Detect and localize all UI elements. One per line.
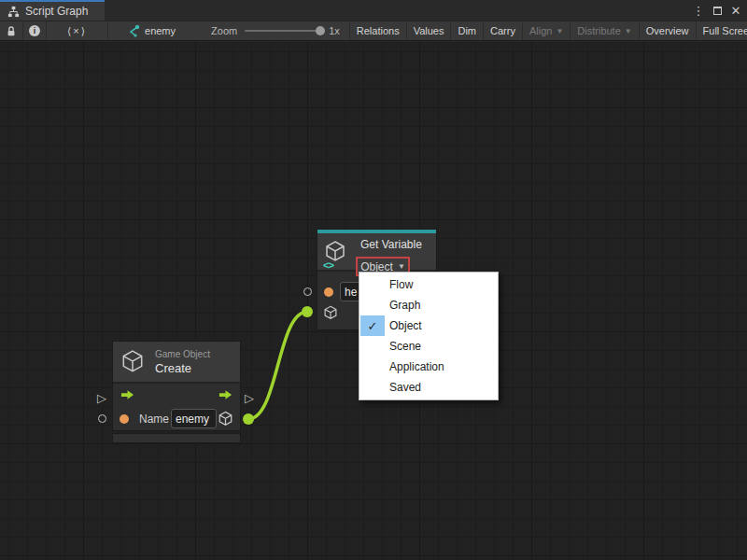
create-title: Create — [155, 361, 210, 375]
info-button[interactable]: i — [23, 21, 47, 40]
maximize-icon — [713, 7, 722, 15]
code-icon: ⟨×⟩ — [67, 25, 87, 37]
carry-button[interactable]: Carry — [484, 21, 523, 40]
tab-bar: Script Graph ⋮ ✕ — [0, 0, 747, 21]
chevron-down-icon: ▼ — [398, 262, 405, 271]
script-graph-window: Script Graph ⋮ ✕ i ⟨×⟩ — [0, 0, 747, 560]
name-label: Name — [139, 413, 169, 426]
flow-input-arrow-icon[interactable] — [120, 389, 134, 400]
fullscreen-button[interactable]: Full Screen — [697, 21, 747, 40]
create-flow-input-port[interactable]: ▷ — [97, 392, 106, 404]
code-preview-button[interactable]: ⟨×⟩ — [47, 21, 108, 40]
chevron-down-icon: ▼ — [556, 27, 563, 35]
menu-item-graph[interactable]: Graph — [359, 295, 498, 315]
create-flow-output-port[interactable]: ▷ — [245, 392, 254, 404]
tab-title: Script Graph — [25, 5, 88, 18]
gameobject-cube-icon — [120, 349, 145, 375]
name-input[interactable] — [171, 409, 217, 428]
menu-item-object[interactable]: ✓ Object — [359, 315, 498, 336]
wire-input-dot — [302, 306, 313, 317]
lock-button[interactable] — [0, 21, 23, 40]
tab-script-graph[interactable]: Script Graph — [0, 0, 105, 21]
variable-cube-icon: <> — [324, 240, 350, 268]
window-menu-button[interactable]: ⋮ — [691, 2, 706, 19]
flow-output-arrow-icon[interactable] — [218, 389, 233, 400]
name-value-port[interactable] — [120, 414, 129, 424]
create-category: Game Object — [155, 349, 210, 359]
gameobject-output-icon[interactable] — [218, 411, 233, 431]
create-node-footer — [112, 433, 241, 443]
gameobject-port-icon[interactable] — [323, 305, 338, 325]
zoom-slider-handle[interactable] — [316, 26, 325, 35]
check-icon: ✓ — [360, 315, 385, 336]
variable-kind-menu: Flow Graph ✓ Object Scene Application Sa… — [359, 272, 499, 400]
create-node[interactable]: Game Object Create Name — [112, 341, 241, 431]
overview-button[interactable]: Overview — [640, 21, 697, 40]
code-angle-icon: <> — [323, 259, 333, 271]
variable-name-port[interactable] — [324, 287, 333, 297]
menu-item-saved[interactable]: Saved — [359, 377, 498, 398]
graph-name: enemy — [145, 25, 176, 36]
chevron-down-icon: ▼ — [625, 27, 632, 35]
wire-output-dot — [243, 413, 254, 425]
script-graph-icon — [7, 6, 20, 18]
lock-icon — [6, 25, 17, 37]
dim-button[interactable]: Dim — [451, 21, 484, 40]
menu-item-scene[interactable]: Scene — [359, 336, 498, 357]
get-variable-header[interactable]: <> Get Variable Object ▼ — [317, 233, 436, 272]
get-variable-input-port[interactable] — [303, 287, 312, 296]
zoom-label: Zoom — [211, 25, 237, 36]
relations-button[interactable]: Relations — [349, 21, 407, 40]
menu-item-flow[interactable]: Flow — [359, 274, 498, 295]
get-variable-title: Get Variable — [360, 238, 430, 251]
info-icon: i — [29, 25, 40, 36]
align-button[interactable]: Align ▼ — [523, 21, 571, 40]
graph-canvas[interactable]: <> Get Variable Object ▼ — [0, 42, 747, 560]
graph-breadcrumb[interactable]: enemy — [108, 21, 185, 40]
zoom-slider[interactable] — [245, 30, 321, 32]
create-body: Name — [113, 384, 240, 430]
create-name-input-port[interactable] — [98, 414, 106, 423]
create-header[interactable]: Game Object Create — [113, 342, 240, 384]
values-button[interactable]: Values — [407, 21, 452, 40]
graph-toolbar: i ⟨×⟩ enemy Zoom 1x Relations Values Dim… — [0, 21, 747, 41]
menu-item-application[interactable]: Application — [359, 357, 498, 377]
window-close-button[interactable]: ✕ — [728, 2, 743, 19]
graph-icon — [127, 24, 140, 37]
distribute-button[interactable]: Distribute ▼ — [571, 21, 639, 40]
window-maximize-button[interactable] — [710, 2, 725, 19]
zoom-value: 1x — [329, 25, 340, 36]
